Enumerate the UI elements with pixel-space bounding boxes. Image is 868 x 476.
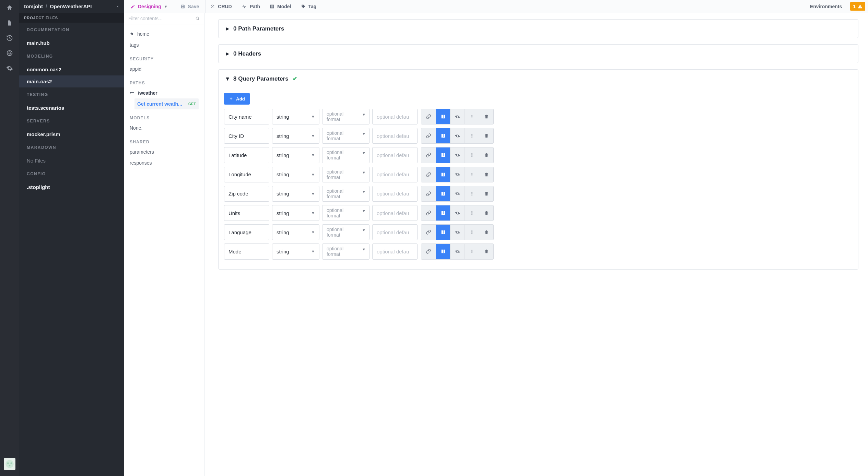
param-default-input[interactable] — [372, 128, 418, 144]
param-name-input[interactable] — [224, 224, 269, 240]
gear-icon[interactable] — [450, 147, 465, 163]
add-parameter-button[interactable]: ＋ Add — [224, 93, 250, 105]
required-icon[interactable]: ! — [465, 128, 479, 143]
crud-button[interactable]: CRUD — [206, 0, 236, 13]
trash-icon[interactable] — [479, 186, 493, 201]
endpoint-item[interactable]: Get current weath... GET — [134, 98, 199, 109]
home-icon[interactable] — [6, 4, 13, 12]
book-icon[interactable] — [436, 147, 450, 163]
book-icon[interactable] — [436, 109, 450, 124]
globe-icon[interactable] — [6, 49, 13, 57]
headers-header[interactable]: ▸ 0 Headers — [219, 45, 858, 63]
breadcrumb[interactable]: tomjoht / OpenWeatherAPI — [19, 0, 124, 13]
param-default-input[interactable] — [372, 186, 418, 202]
param-type-select[interactable]: string ▼ — [272, 147, 319, 163]
param-name-input[interactable] — [224, 128, 269, 144]
param-type-select[interactable]: string ▼ — [272, 109, 319, 124]
link-icon[interactable] — [421, 147, 436, 163]
link-icon[interactable] — [421, 186, 436, 201]
param-name-input[interactable] — [224, 186, 269, 202]
sidebar-item[interactable]: common.oas2 — [19, 63, 124, 75]
gear-icon[interactable] — [450, 225, 465, 240]
param-default-input[interactable] — [372, 243, 418, 259]
model-button[interactable]: Model — [265, 0, 296, 13]
param-name-input[interactable] — [224, 243, 269, 259]
trash-icon[interactable] — [479, 167, 493, 182]
gear-icon[interactable] — [450, 244, 465, 259]
gear-icon[interactable] — [450, 186, 465, 201]
param-type-select[interactable]: string ▼ — [272, 224, 319, 240]
trash-icon[interactable] — [479, 109, 493, 124]
sidebar-item[interactable]: main.oas2 — [19, 75, 124, 87]
param-format-select[interactable]: optional format ▼ — [322, 186, 370, 202]
param-format-select[interactable]: optional format ▼ — [322, 147, 370, 163]
sidebar-item[interactable]: mocker.prism — [19, 128, 124, 140]
path-parameters-header[interactable]: ▸ 0 Path Parameters — [219, 20, 858, 38]
param-default-input[interactable] — [372, 224, 418, 240]
param-type-select[interactable]: string ▼ — [272, 205, 319, 221]
file-icon[interactable] — [6, 19, 13, 27]
required-icon[interactable]: ! — [465, 244, 479, 259]
book-icon[interactable] — [436, 128, 450, 143]
shared-responses[interactable]: responses — [130, 157, 199, 168]
link-icon[interactable] — [421, 244, 436, 259]
contents-tags[interactable]: tags — [130, 39, 199, 50]
book-icon[interactable] — [436, 167, 450, 182]
required-icon[interactable]: ! — [465, 205, 479, 221]
history-icon[interactable] — [6, 34, 13, 42]
designing-button[interactable]: Designing ▼ — [124, 0, 174, 13]
param-name-input[interactable] — [224, 109, 269, 124]
filter-input[interactable] — [128, 16, 195, 21]
book-icon[interactable] — [436, 205, 450, 221]
path-button[interactable]: Path — [237, 0, 265, 13]
trash-icon[interactable] — [479, 128, 493, 143]
param-name-input[interactable] — [224, 147, 269, 163]
environments-button[interactable]: Environments — [805, 0, 847, 13]
param-type-select[interactable]: string ▼ — [272, 128, 319, 144]
book-icon[interactable] — [436, 244, 450, 259]
avatar[interactable] — [4, 458, 15, 470]
param-type-select[interactable]: string ▼ — [272, 186, 319, 202]
link-icon[interactable] — [421, 205, 436, 221]
tag-button[interactable]: Tag — [296, 0, 321, 13]
param-type-select[interactable]: string ▼ — [272, 167, 319, 182]
param-default-input[interactable] — [372, 109, 418, 124]
trash-icon[interactable] — [479, 225, 493, 240]
query-parameters-header[interactable]: ▾ 8 Query Parameters ✔ — [219, 70, 858, 88]
path-folder[interactable]: /weather — [130, 87, 199, 98]
link-icon[interactable] — [421, 128, 436, 143]
sidebar-item[interactable]: .stoplight — [19, 181, 124, 193]
search-icon[interactable] — [195, 16, 200, 21]
sidebar-item[interactable]: main.hub — [19, 37, 124, 49]
param-format-select[interactable]: optional format ▼ — [322, 167, 370, 182]
required-icon[interactable]: ! — [465, 186, 479, 201]
link-icon[interactable] — [421, 167, 436, 182]
save-button[interactable]: Save — [174, 0, 206, 13]
trash-icon[interactable] — [479, 205, 493, 221]
param-format-select[interactable]: optional format ▼ — [322, 243, 370, 259]
collapse-sidebar-icon[interactable] — [116, 4, 119, 9]
param-format-select[interactable]: optional format ▼ — [322, 224, 370, 240]
param-name-input[interactable] — [224, 205, 269, 221]
book-icon[interactable] — [436, 186, 450, 201]
param-default-input[interactable] — [372, 205, 418, 221]
link-icon[interactable] — [421, 109, 436, 124]
security-item[interactable]: appid — [130, 63, 199, 74]
param-name-input[interactable] — [224, 167, 269, 182]
required-icon[interactable]: ! — [465, 147, 479, 163]
param-format-select[interactable]: optional format ▼ — [322, 109, 370, 124]
link-icon[interactable] — [421, 225, 436, 240]
warning-badge[interactable]: 1 — [850, 2, 865, 11]
gear-icon[interactable] — [450, 109, 465, 124]
sidebar-item[interactable]: tests.scenarios — [19, 102, 124, 114]
gear-icon[interactable] — [450, 128, 465, 143]
contents-home[interactable]: home — [130, 28, 199, 39]
gear-icon[interactable] — [6, 64, 13, 72]
param-default-input[interactable] — [372, 167, 418, 182]
param-default-input[interactable] — [372, 147, 418, 163]
required-icon[interactable]: ! — [465, 109, 479, 124]
trash-icon[interactable] — [479, 244, 493, 259]
param-type-select[interactable]: string ▼ — [272, 243, 319, 259]
book-icon[interactable] — [436, 225, 450, 240]
shared-parameters[interactable]: parameters — [130, 146, 199, 157]
